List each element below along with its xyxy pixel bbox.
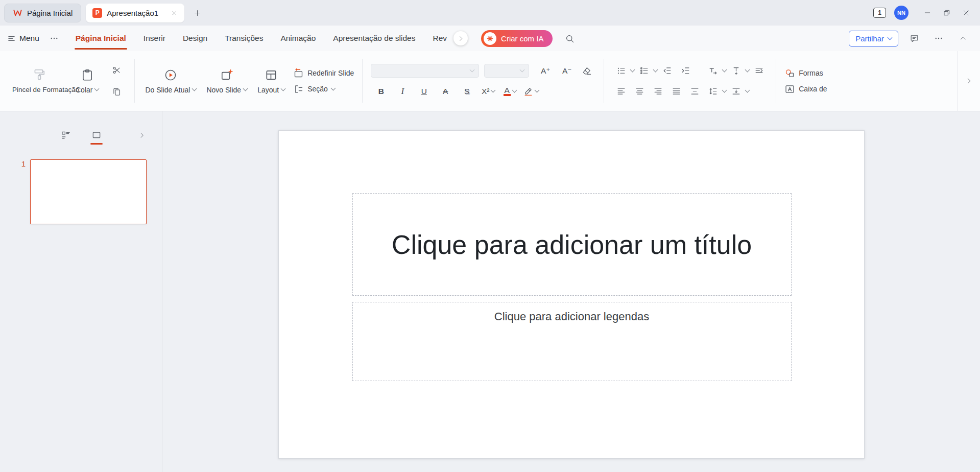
tabs-scroll-right-button[interactable]: [453, 31, 468, 45]
decrease-font-button[interactable]: A⁻: [557, 63, 577, 79]
font-size-select[interactable]: [484, 64, 529, 78]
comments-button[interactable]: [905, 30, 923, 47]
shapes-icon: [784, 68, 795, 79]
text-box-button[interactable]: Caixa de: [784, 84, 827, 95]
chevron-down-icon: [491, 88, 496, 93]
ai-sparkle-icon: [484, 32, 496, 45]
font-name-select[interactable]: [371, 64, 479, 78]
paragraph-spacing-icon: [731, 86, 741, 96]
chevron-right-icon: [138, 132, 146, 139]
justify-button[interactable]: [667, 84, 685, 99]
section-button[interactable]: Seção: [293, 84, 354, 95]
close-tab-button[interactable]: [171, 10, 178, 16]
home-tab[interactable]: Página Inicial: [4, 4, 81, 22]
underline-button[interactable]: U: [414, 84, 434, 99]
slide-canvas[interactable]: Clique para adicionar um título Clique p…: [278, 130, 865, 459]
chevron-down-icon: [281, 86, 286, 91]
slide-thumbnail[interactable]: [30, 159, 147, 224]
close-icon: [962, 9, 970, 17]
comment-icon: [910, 34, 919, 43]
chevron-down-icon: [888, 35, 893, 40]
chevron-down-icon: [512, 88, 517, 93]
new-tab-button[interactable]: [189, 5, 205, 21]
paragraph-spacing-button[interactable]: [727, 84, 745, 99]
line-spacing-icon: [708, 86, 718, 96]
slide-number: 1: [17, 159, 26, 224]
new-slide-icon: [220, 68, 233, 82]
vertical-text-icon: [731, 66, 741, 76]
tab-revisao[interactable]: Rev: [433, 26, 447, 51]
chevron-down-icon: [192, 86, 197, 91]
tab-inserir[interactable]: Inserir: [144, 26, 165, 51]
reset-section-group: Redefinir Slide Seção: [290, 51, 357, 111]
numbered-list-button[interactable]: [635, 63, 653, 79]
reset-slide-button[interactable]: Redefinir Slide: [293, 68, 354, 79]
bullet-list-button[interactable]: [612, 63, 630, 79]
panel-collapse-button[interactable]: [135, 129, 149, 142]
text-direction-icon: [708, 66, 718, 76]
align-right-button[interactable]: [649, 84, 666, 99]
menu-button[interactable]: Menu: [7, 34, 39, 43]
align-center-button[interactable]: [631, 84, 648, 99]
title-placeholder[interactable]: Clique para adicionar um título: [352, 193, 792, 296]
highlight-color-button[interactable]: [521, 84, 541, 99]
share-button[interactable]: Partilhar: [849, 31, 898, 46]
text-shadow-button[interactable]: S: [457, 84, 477, 99]
subtitle-placeholder-text: Clique para adicionar legendas: [494, 310, 649, 381]
close-window-button[interactable]: [957, 3, 976, 22]
paste-button[interactable]: Colar: [70, 51, 104, 111]
cut-button[interactable]: [108, 63, 125, 78]
tab-pagina-inicial[interactable]: Página Inicial: [76, 26, 126, 51]
increase-indent-button[interactable]: [677, 63, 694, 79]
text-box-icon: [784, 84, 795, 95]
layout-button[interactable]: Layout: [252, 51, 290, 111]
editing-canvas: Clique para adicionar um título Clique p…: [162, 111, 980, 472]
chevron-down-icon: [745, 67, 750, 73]
minimize-button[interactable]: [918, 3, 937, 22]
tab-design[interactable]: Design: [183, 26, 207, 51]
align-left-button[interactable]: [612, 84, 630, 99]
outline-view-button[interactable]: [57, 127, 75, 144]
title-placeholder-text: Clique para adicionar um título: [392, 218, 752, 272]
from-current-slide-button[interactable]: Do Slide Atual: [140, 51, 201, 111]
clear-format-button[interactable]: [578, 63, 595, 79]
distribute-text-button[interactable]: [686, 84, 703, 99]
line-spacing-button[interactable]: [704, 84, 722, 99]
italic-button[interactable]: I: [392, 84, 413, 99]
shapes-button[interactable]: Formas: [784, 68, 827, 79]
window-count-badge[interactable]: 1: [873, 8, 886, 18]
text-direction-button[interactable]: [704, 63, 722, 79]
more-tabs-button[interactable]: [46, 31, 62, 46]
font-color-button[interactable]: A: [499, 84, 520, 99]
superscript-button[interactable]: X²: [478, 84, 498, 99]
chevron-down-icon: [630, 67, 635, 73]
bold-button[interactable]: B: [371, 84, 391, 99]
search-button[interactable]: [561, 30, 578, 47]
avatar[interactable]: NN: [894, 6, 909, 20]
create-with-ai-button[interactable]: Criar com IA: [481, 30, 553, 47]
tab-animacao[interactable]: Animação: [280, 26, 316, 51]
text-tools-button[interactable]: [750, 63, 768, 79]
subtitle-placeholder[interactable]: Clique para adicionar legendas: [352, 302, 792, 381]
increase-font-button[interactable]: A⁺: [535, 63, 556, 79]
copy-button[interactable]: [108, 84, 125, 100]
format-painter-button[interactable]: Pincel de Formatação: [7, 51, 70, 111]
document-tab[interactable]: P Apresentação1: [86, 4, 184, 22]
strikethrough-button[interactable]: A: [435, 84, 456, 99]
eraser-icon: [582, 66, 592, 76]
ribbon-expand-button[interactable]: [958, 51, 980, 111]
align-text-vertical-button[interactable]: [727, 63, 745, 79]
restore-button[interactable]: [937, 3, 957, 22]
presentation-file-icon: P: [92, 8, 102, 18]
divider: [776, 59, 776, 103]
decrease-indent-button[interactable]: [658, 63, 676, 79]
cut-copy-group: [104, 51, 129, 111]
ribbon-tabs: Página Inicial Inserir Design Transições…: [67, 26, 456, 51]
collapse-ribbon-button[interactable]: [954, 30, 972, 47]
new-slide-button[interactable]: Novo Slide: [201, 51, 252, 111]
thumbnail-view-button[interactable]: [88, 127, 105, 144]
more-options-button[interactable]: [930, 30, 947, 47]
tab-transicoes[interactable]: Transições: [225, 26, 263, 51]
section-icon: [293, 84, 304, 95]
tab-apresentacao-de-slides[interactable]: Apresentação de slides: [333, 26, 415, 51]
